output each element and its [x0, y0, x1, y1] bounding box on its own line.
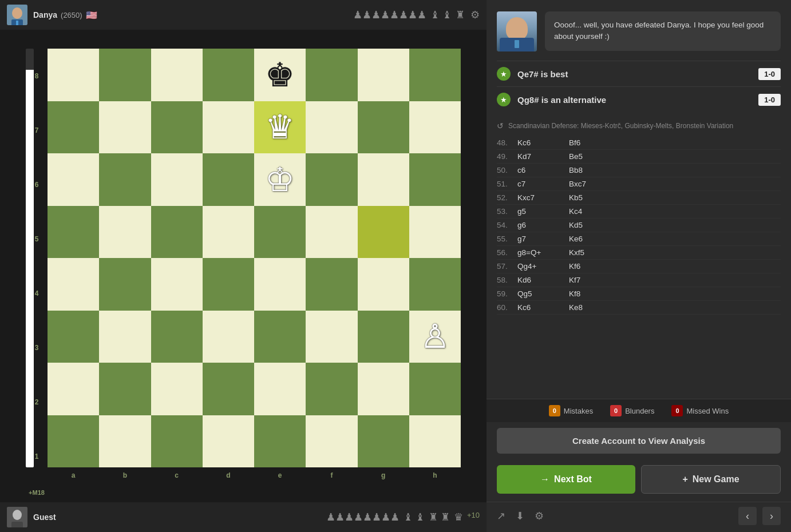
share-icon[interactable]: ↗: [497, 510, 505, 522]
next-bot-button[interactable]: → Next Bot: [497, 465, 635, 494]
cell-d1[interactable]: [203, 415, 254, 468]
cell-e2[interactable]: [254, 363, 306, 415]
table-row[interactable]: 58.Kd6Kf7: [497, 273, 781, 287]
table-row[interactable]: 56.g8=Q+Kxf5: [497, 246, 781, 260]
cell-c7[interactable]: [151, 101, 203, 154]
analysis-button[interactable]: Create Account to View Analysis: [497, 428, 781, 454]
cell-h5[interactable]: [409, 206, 461, 259]
cell-h8[interactable]: [409, 49, 461, 101]
cell-h1[interactable]: [409, 415, 461, 468]
table-row[interactable]: 50.c6Bb8: [497, 164, 781, 177]
cell-h2[interactable]: [409, 363, 461, 415]
cell-a8[interactable]: [48, 49, 99, 101]
cell-d2[interactable]: [203, 363, 254, 415]
cell-d5[interactable]: [203, 206, 254, 259]
cell-f3[interactable]: [306, 311, 357, 363]
table-row[interactable]: 49.Kd7Be5: [497, 150, 781, 164]
cell-b6[interactable]: [99, 153, 151, 206]
move-white[interactable]: Kd6: [517, 276, 569, 284]
cell-f1[interactable]: [306, 415, 357, 468]
move-black[interactable]: Ke8: [569, 303, 583, 312]
cell-e8[interactable]: ♚: [254, 49, 306, 101]
cell-c8[interactable]: [151, 49, 203, 101]
cell-c5[interactable]: [151, 206, 203, 259]
cell-b4[interactable]: [99, 258, 151, 311]
gear-icon[interactable]: ⚙: [535, 510, 544, 522]
table-row[interactable]: 51.c7Bxc7: [497, 177, 781, 191]
cell-e3[interactable]: [254, 311, 306, 363]
cell-a2[interactable]: [48, 363, 99, 415]
move-black[interactable]: Bf6: [569, 138, 580, 147]
move-black[interactable]: Kxf5: [569, 248, 584, 257]
cell-e5[interactable]: [254, 206, 306, 259]
move-black[interactable]: Be5: [569, 152, 583, 161]
chess-board[interactable]: ♚ ♛: [48, 49, 461, 467]
moves-list[interactable]: 48.Kc6Bf649.Kd7Be550.c6Bb851.c7Bxc752.Kx…: [487, 136, 791, 399]
move-white[interactable]: g6: [517, 221, 569, 229]
cell-f4[interactable]: [306, 258, 357, 311]
cell-g2[interactable]: [358, 363, 409, 415]
cell-g8[interactable]: [358, 49, 409, 101]
cell-a6[interactable]: [48, 153, 99, 206]
cell-c2[interactable]: [151, 363, 203, 415]
move-white[interactable]: Kxc7: [517, 193, 569, 202]
move-white[interactable]: c7: [517, 180, 569, 188]
cell-b7[interactable]: [99, 101, 151, 154]
settings-icon[interactable]: ⚙: [470, 9, 480, 21]
move-white[interactable]: g7: [517, 235, 569, 243]
cell-h3[interactable]: ♙: [409, 311, 461, 363]
cell-g7[interactable]: [358, 101, 409, 154]
cell-d7[interactable]: [203, 101, 254, 154]
move-black[interactable]: Kf7: [569, 276, 580, 284]
cell-d6[interactable]: [203, 153, 254, 206]
move-black[interactable]: Bb8: [569, 166, 583, 174]
cell-f2[interactable]: [306, 363, 357, 415]
move-white[interactable]: Kd7: [517, 152, 569, 161]
move-white[interactable]: Kc6: [517, 138, 569, 147]
table-row[interactable]: 60.Kc6Ke8: [497, 301, 781, 315]
cell-g1[interactable]: [358, 415, 409, 468]
cell-e4[interactable]: [254, 258, 306, 311]
move-white[interactable]: Qg5: [517, 289, 569, 298]
table-row[interactable]: 52.Kxc7Kb5: [497, 191, 781, 205]
cell-b1[interactable]: [99, 415, 151, 468]
cell-c4[interactable]: [151, 258, 203, 311]
cell-f7[interactable]: [306, 101, 357, 154]
cell-e7[interactable]: ♛: [254, 101, 306, 154]
move-white[interactable]: c6: [517, 166, 569, 174]
cell-g6[interactable]: [358, 153, 409, 206]
table-row[interactable]: 48.Kc6Bf6: [497, 136, 781, 150]
cell-h6[interactable]: [409, 153, 461, 206]
move-black[interactable]: Kf8: [569, 289, 580, 298]
move-black[interactable]: Kd5: [569, 221, 583, 229]
cell-a5[interactable]: [48, 206, 99, 259]
prev-move-button[interactable]: ‹: [738, 507, 757, 525]
move-white[interactable]: Qg4+: [517, 262, 569, 271]
cell-e6[interactable]: ♔: [254, 153, 306, 206]
new-game-button[interactable]: + New Game: [641, 465, 781, 494]
move-black[interactable]: Ke6: [569, 235, 583, 243]
move-white[interactable]: g8=Q+: [517, 248, 569, 257]
cell-c1[interactable]: [151, 415, 203, 468]
cell-g3[interactable]: [358, 311, 409, 363]
cell-d4[interactable]: [203, 258, 254, 311]
move-black[interactable]: Kc4: [569, 207, 582, 216]
cell-a4[interactable]: [48, 258, 99, 311]
cell-g5[interactable]: [358, 206, 409, 259]
cell-g4[interactable]: [358, 258, 409, 311]
move-white[interactable]: g5: [517, 207, 569, 216]
download-icon[interactable]: ⬇: [516, 510, 524, 522]
cell-h7[interactable]: [409, 101, 461, 154]
cell-e1[interactable]: [254, 415, 306, 468]
cell-c3[interactable]: [151, 311, 203, 363]
cell-b5[interactable]: [99, 206, 151, 259]
move-black[interactable]: Bxc7: [569, 180, 586, 188]
move-black[interactable]: Kf6: [569, 262, 580, 271]
cell-f6[interactable]: [306, 153, 357, 206]
table-row[interactable]: 57.Qg4+Kf6: [497, 260, 781, 273]
cell-a7[interactable]: [48, 101, 99, 154]
cell-f5[interactable]: [306, 206, 357, 259]
cell-a1[interactable]: [48, 415, 99, 468]
table-row[interactable]: 54.g6Kd5: [497, 219, 781, 232]
cell-d3[interactable]: [203, 311, 254, 363]
